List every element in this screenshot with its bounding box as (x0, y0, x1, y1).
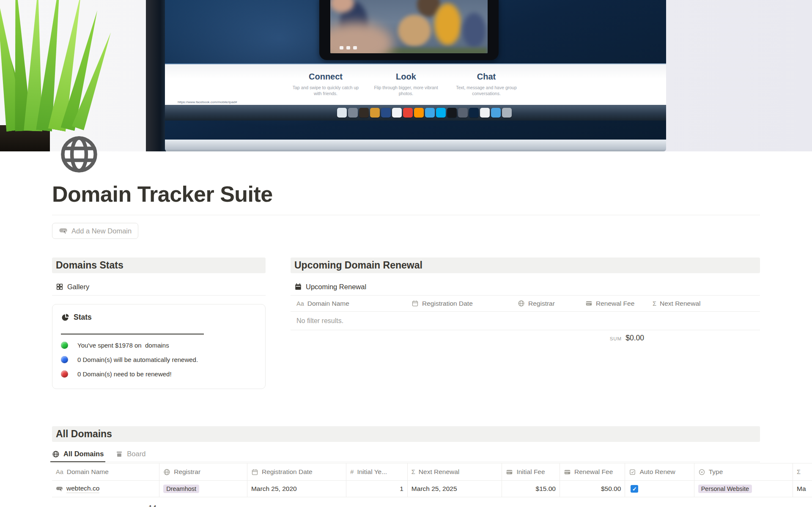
cell-type[interactable]: Personal Website (694, 481, 793, 497)
stats-underline (61, 334, 204, 334)
stat-spent: You've spent $1978 on domains (61, 342, 257, 349)
empty-results-text: No filter results. (291, 312, 760, 330)
column-header-auto-renew[interactable]: Auto Renew (625, 463, 694, 480)
column-header-registrar[interactable]: Registrar (512, 300, 579, 307)
ad-column-chat: Chat Text, message and have group conver… (446, 72, 527, 96)
cell-registrar[interactable]: Dreamhost (159, 481, 247, 497)
cover-image[interactable]: https://www.facebook.com/mobile/ipad# Co… (0, 0, 812, 151)
ad-desc: Text, message and have group conversatio… (451, 85, 522, 96)
monitor-bezel (165, 140, 666, 151)
domains-stats-section: Domains Stats Gallery Sta (52, 258, 266, 389)
credit-card-icon (564, 469, 571, 476)
stat-text: You've spent $1978 on domains (77, 342, 169, 349)
column-header-initial-years[interactable]: # Initial Ye... (346, 463, 408, 480)
view-tabs: All Domains Board (52, 446, 760, 462)
all-domains-table: Aa Domain Name Registrar (52, 463, 812, 497)
click-button-icon (59, 227, 68, 236)
registrar-tag: Dreamhost (163, 485, 199, 493)
monitor-photo: https://www.facebook.com/mobile/ipad# Co… (165, 0, 666, 151)
page-title[interactable]: Domain Tracker Suite (52, 151, 760, 207)
domain-name-link[interactable]: webtech.co (66, 485, 99, 493)
gallery-grid-icon (56, 283, 63, 290)
upcoming-renewal-view-label: Upcoming Renewal (306, 283, 366, 291)
upcoming-renewal-heading: Upcoming Domain Renewal (291, 258, 760, 273)
column-header-renewal-fee[interactable]: Renewal Fee (579, 300, 647, 307)
ipad-mockup (319, 0, 499, 60)
calendar-icon (411, 300, 419, 307)
gallery-view-label: Gallery (67, 283, 89, 291)
credit-card-icon (585, 300, 593, 307)
column-header-initial-fee[interactable]: Initial Fee (502, 463, 560, 480)
stat-text: 0 Domain(s) will be automatically renewe… (77, 356, 198, 363)
count-row[interactable]: COUNT 14 (52, 504, 161, 507)
column-header-next-renewal[interactable]: Σ Next Renewal (408, 463, 502, 480)
ad-desc: Flip through bigger, more vibrant photos… (370, 85, 442, 96)
click-button-icon (56, 485, 63, 493)
dock-icons (336, 105, 666, 121)
cell-auto-renew[interactable]: ✓ (625, 481, 694, 497)
cell-initial-years[interactable]: 1 (346, 481, 408, 497)
column-header-next-renewal[interactable]: Σ Next Renewal (647, 300, 760, 307)
stat-need-renew: 0 Domain(s) need to be renewed! (61, 370, 257, 378)
board-icon (115, 450, 123, 458)
column-header-formula[interactable]: Σ (793, 463, 812, 480)
globe-icon (518, 300, 525, 307)
photo-action-icons (340, 46, 357, 49)
tab-all-domains[interactable]: All Domains (52, 446, 104, 462)
formula-sigma-icon: Σ (797, 469, 801, 475)
column-header-registrar[interactable]: Registrar (159, 463, 247, 480)
column-header-registration-date[interactable]: Registration Date (247, 463, 346, 480)
stats-card[interactable]: Stats You've spent $1978 on domains 0 Do… (52, 304, 266, 389)
cover-url-text: https://www.facebook.com/mobile/ipad# (178, 100, 237, 104)
green-status-dot (61, 342, 68, 349)
add-new-domain-button[interactable]: Add a New Domain (52, 223, 138, 239)
ad-title: Look (366, 72, 446, 82)
upcoming-renewal-view-tab[interactable]: Upcoming Renewal (291, 278, 760, 295)
column-header-domain-name[interactable]: Aa Domain Name (52, 463, 159, 480)
red-status-dot (61, 370, 68, 378)
all-domains-section: All Domains All Domains Board (52, 426, 760, 507)
cell-renewal-fee[interactable]: $50.00 (560, 481, 625, 497)
sum-value: $0.00 (625, 334, 644, 343)
all-domains-heading: All Domains (52, 426, 760, 442)
ad-title: Connect (285, 72, 366, 82)
cell-initial-fee[interactable]: $15.00 (502, 481, 560, 497)
select-icon (698, 469, 705, 476)
ad-title: Chat (446, 72, 527, 82)
type-tag: Personal Website (698, 485, 752, 493)
globe-icon (163, 469, 170, 476)
stat-auto-renew: 0 Domain(s) will be automatically renewe… (61, 356, 257, 363)
sum-row[interactable]: SUM $0.00 (291, 334, 647, 343)
column-header-type[interactable]: Type (694, 463, 793, 480)
formula-sigma-icon: Σ (653, 300, 656, 307)
tab-board[interactable]: Board (115, 446, 145, 462)
text-property-icon: Aa (296, 300, 304, 307)
cell-formula[interactable]: Ma (793, 481, 812, 497)
calendar-icon (251, 469, 258, 476)
dock (165, 105, 666, 121)
cell-registration-date[interactable]: March 25, 2020 (247, 481, 346, 497)
notion-page: https://www.facebook.com/mobile/ipad# Co… (0, 0, 812, 507)
sum-label: SUM (610, 336, 622, 341)
cell-domain-name[interactable]: webtech.co (52, 481, 159, 497)
cell-next-renewal[interactable]: March 25, 2025 (408, 481, 502, 497)
ad-white-band: https://www.facebook.com/mobile/ipad# Co… (165, 64, 666, 105)
column-header-domain-name[interactable]: Aa Domain Name (291, 300, 406, 307)
page-icon-globe-icon[interactable] (59, 134, 99, 174)
count-value: 14 (148, 504, 156, 507)
credit-card-icon (506, 469, 513, 476)
monitor-edge (146, 0, 166, 151)
text-property-icon: Aa (56, 469, 63, 475)
ad-column-look: Look Flip through bigger, more vibrant p… (366, 72, 446, 96)
globe-icon (52, 450, 60, 458)
stat-text: 0 Domain(s) need to be renewed! (77, 370, 172, 378)
checkbox-icon (629, 469, 636, 476)
table-header-row: Aa Domain Name Registrar (52, 463, 812, 481)
column-header-renewal-fee[interactable]: Renewal Fee (560, 463, 625, 480)
column-header-registration-date[interactable]: Registration Date (406, 300, 512, 307)
auto-renew-checkbox[interactable]: ✓ (631, 485, 638, 493)
formula-sigma-icon: Σ (411, 469, 415, 475)
table-row: webtech.co Dreamhost March 25, 2020 1 Ma… (52, 481, 812, 497)
calendar-icon (294, 283, 302, 290)
gallery-view-tab[interactable]: Gallery (52, 278, 266, 295)
